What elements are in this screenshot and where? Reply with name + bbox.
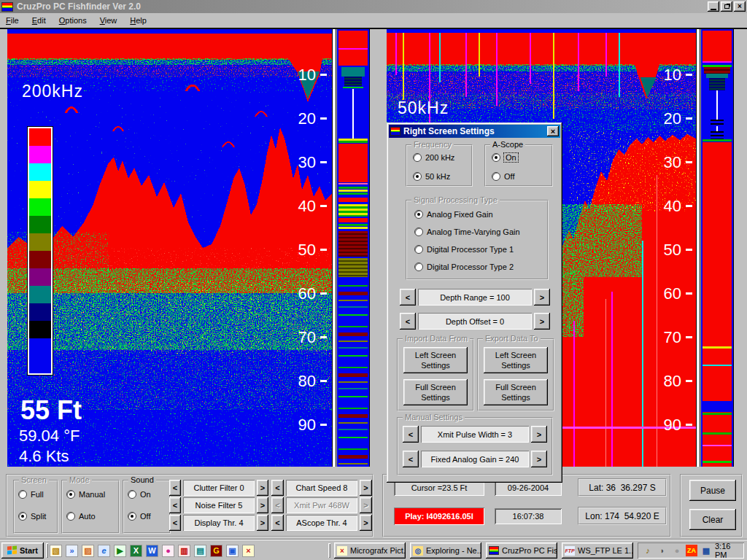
ascope-thr-decrease-button[interactable]: < [271, 515, 284, 531]
micrografx-icon[interactable]: × [242, 545, 255, 557]
clutter-decrease-button[interactable]: < [169, 480, 181, 496]
task-micrografx[interactable]: × Micrografx Pict... [334, 542, 406, 559]
radio-sound-on[interactable]: On [128, 489, 151, 500]
address-book-icon[interactable]: ▤ [194, 545, 206, 557]
dialog-close-button[interactable]: × [547, 126, 559, 136]
radio-digital-type-1[interactable]: Digital Processor Type 1 [414, 244, 514, 255]
excel-icon[interactable]: X [130, 545, 142, 557]
radio-mode-auto[interactable]: Auto [66, 510, 96, 522]
notepad-icon[interactable]: ▣ [226, 545, 239, 557]
import-left-screen-button[interactable]: Left Screen Settings [403, 347, 468, 373]
restore-button[interactable] [721, 1, 732, 12]
chart-speed-decrease-button[interactable]: < [271, 480, 284, 496]
display-threshold-spinner: < Display Thr. 4 > [169, 515, 268, 531]
pulse-width-decrease-button[interactable]: < [403, 426, 419, 443]
radio-circle [128, 490, 136, 499]
media-player-icon[interactable]: ▶ [114, 545, 126, 557]
clutter-filter-value[interactable]: Clutter Filter 0 [183, 480, 255, 496]
radio-ascope-on[interactable]: On [492, 152, 518, 163]
depth-range-value[interactable]: Depth Range = 100 [418, 289, 532, 306]
menu-edit[interactable]: Edit [32, 16, 46, 25]
xmit-power-value: Xmit Pwr 468W [286, 497, 357, 513]
export-left-screen-button[interactable]: Left Screen Settings [484, 347, 548, 373]
pulse-width-increase-button[interactable]: > [531, 426, 547, 443]
depth-offset-increase-button[interactable]: > [534, 313, 550, 330]
outlook-express-icon[interactable]: » [66, 545, 78, 557]
noise-filter-value[interactable]: Noise Filter 5 [183, 497, 255, 513]
scheduler-icon[interactable]: ● [671, 545, 683, 556]
radio-digital-type-2[interactable]: Digital Processor Type 2 [414, 261, 514, 273]
imaging-icon[interactable]: ▧ [50, 545, 62, 557]
depth-offset-value[interactable]: Depth Offset = 0 [418, 313, 532, 330]
menu-file[interactable]: File [6, 16, 19, 25]
analog-gain-value[interactable]: Fixed Analog Gain = 240 [421, 451, 529, 467]
chart-speed-increase-button[interactable]: > [360, 480, 372, 496]
radio-200khz[interactable]: 200 kHz [413, 152, 454, 163]
explorer-task-icon: ◎ [413, 546, 423, 556]
mouse-icon[interactable]: ◗ [657, 545, 668, 556]
display-thr-increase-button[interactable]: > [257, 515, 268, 531]
analog-gain-decrease-button[interactable]: < [403, 451, 419, 467]
network-icon[interactable]: ▦ [700, 545, 712, 556]
task-cruzpro[interactable]: CruzPro PC Fis... [486, 542, 557, 559]
radio-circle [414, 262, 423, 271]
radio-analog-fixed-gain[interactable]: Analog Fixed Gain [414, 209, 493, 220]
menu-view[interactable]: View [100, 16, 117, 25]
ascope-threshold-value[interactable]: AScope Thr. 4 [286, 515, 357, 531]
radio-label: Auto [79, 512, 96, 521]
depth-range-increase-button[interactable]: > [534, 289, 550, 306]
task-wsftp[interactable]: FTP WS_FTP LE 1... [562, 542, 633, 559]
micrografx-task-icon: × [337, 546, 347, 556]
photo-editor-icon[interactable]: ▨ [82, 545, 94, 557]
legend-color-block [29, 233, 51, 251]
noise-decrease-button[interactable]: < [169, 497, 181, 513]
window-titlebar[interactable]: CruzPro PC Fishfinder Ver 2.0 × [0, 0, 747, 13]
depth-tick: 50 [287, 241, 316, 259]
pause-button[interactable]: Pause [689, 480, 736, 501]
depth-offset-decrease-button[interactable]: < [400, 313, 416, 330]
dialog-titlebar[interactable]: Right Screen Settings × [389, 125, 560, 138]
start-button[interactable]: Start [1, 542, 44, 559]
manual-settings-group: Manual Settings < Xmit Pulse Width = 3 >… [397, 417, 553, 475]
close-button[interactable]: × [734, 1, 746, 12]
radio-mode-manual[interactable]: Manual [66, 489, 105, 500]
zonealarm-icon[interactable]: ZA [686, 545, 697, 556]
radio-screen-full[interactable]: Full [18, 489, 44, 500]
radio-ascope-off[interactable]: Off [492, 171, 514, 182]
clear-button[interactable]: Clear [689, 509, 736, 530]
radio-analog-tvg[interactable]: Analog Time-Varying Gain [414, 226, 520, 238]
radio-50khz[interactable]: 50 kHz [413, 171, 450, 182]
noise-increase-button[interactable]: > [257, 497, 268, 513]
chart-speed-value[interactable]: Chart Speed 8 [286, 480, 357, 496]
quick-launch: ▧»▨e▶XW●▥▤G▣× [50, 543, 255, 558]
import-group-label: Import Data From [403, 334, 470, 343]
tray-icons: ♪◗●ZA▦ [642, 545, 712, 556]
export-full-screen-button[interactable]: Full Screen Settings [484, 379, 548, 405]
display-thr-decrease-button[interactable]: < [169, 515, 181, 531]
word-icon[interactable]: W [146, 545, 158, 557]
import-full-screen-button[interactable]: Full Screen Settings [403, 379, 468, 405]
analog-gain-increase-button[interactable]: > [531, 451, 547, 467]
game-icon[interactable]: G [210, 545, 222, 557]
radio-screen-split[interactable]: Split [18, 510, 46, 522]
display-threshold-value[interactable]: Display Thr. 4 [183, 515, 255, 531]
menu-help[interactable]: Help [130, 16, 147, 25]
menu-options[interactable]: Options [59, 16, 87, 25]
volume-icon[interactable]: ♪ [642, 545, 654, 556]
clutter-increase-button[interactable]: > [257, 480, 268, 496]
minimize-button[interactable] [708, 1, 719, 12]
status-box: Cursor =23.5 Ft 09-26-2004 Lat: 36 36.29… [382, 474, 671, 537]
depth-range-decrease-button[interactable]: < [400, 289, 416, 306]
pulse-width-value[interactable]: Xmit Pulse Width = 3 [421, 426, 529, 443]
ascope-thr-increase-button[interactable]: > [360, 515, 372, 531]
balloon-icon[interactable]: ● [162, 545, 174, 557]
frequency-group: Frequency 200 kHz 50 kHz [406, 144, 473, 187]
chart-app-icon[interactable]: ▥ [178, 545, 190, 557]
left-sonar-chart[interactable]: 200kHz 10 20 30 40 50 60 70 80 90 55 Ft … [7, 29, 332, 467]
task-exploring[interactable]: ◎ Exploring - Ne... [410, 542, 481, 559]
internet-explorer-icon[interactable]: e [98, 545, 110, 557]
radio-label: Digital Processor Type 2 [427, 262, 514, 271]
radio-sound-off[interactable]: Off [128, 510, 150, 522]
taskbar-clock[interactable]: 3:16 PM [715, 542, 740, 559]
legend-color-block [29, 303, 51, 321]
